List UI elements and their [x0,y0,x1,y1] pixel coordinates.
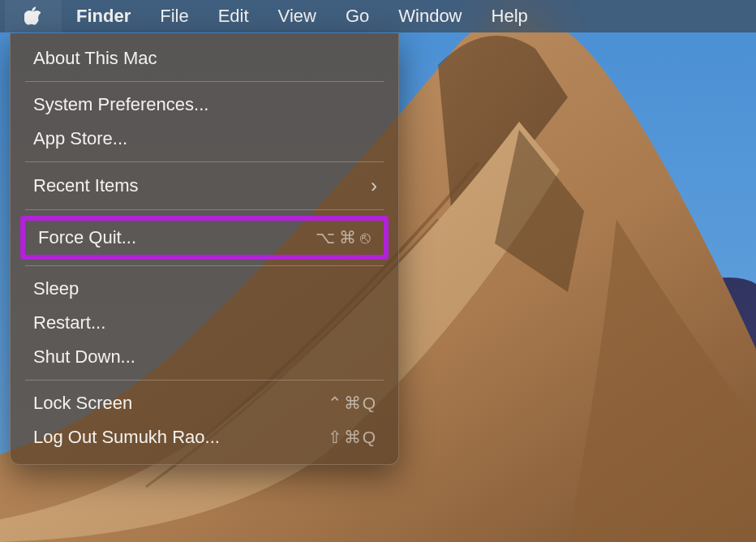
command-key-icon: ⌘ [339,228,358,247]
escape-key-icon: ⎋ [360,228,372,247]
menubar-item-window[interactable]: Window [384,0,476,32]
menu-item-label: Recent Items [33,175,139,196]
menu-item-sleep[interactable]: Sleep [11,272,398,306]
chevron-right-icon: › [371,174,377,197]
menu-item-log-out[interactable]: Log Out Sumukh Rao... ⇧⌘Q [11,420,398,454]
menu-separator [25,265,384,266]
menu-item-restart[interactable]: Restart... [11,306,398,340]
menu-item-label: Log Out Sumukh Rao... [33,427,220,448]
annotation-highlight: Force Quit... ⌥ ⌘ ⎋ [20,216,389,260]
menu-separator [25,209,384,210]
apple-logo-icon [24,6,41,26]
menubar-item-help[interactable]: Help [477,0,543,32]
apple-menu-dropdown: About This Mac System Preferences... App… [10,33,399,465]
menubar-item-file[interactable]: File [145,0,203,32]
keyboard-shortcut: ⌃⌘Q [328,394,377,413]
menu-item-label: About This Mac [33,48,157,69]
menu-item-recent-items[interactable]: Recent Items › [11,168,398,204]
menu-item-lock-screen[interactable]: Lock Screen ⌃⌘Q [11,386,398,420]
keyboard-shortcut: ⌥ ⌘ ⎋ [316,228,372,247]
menu-item-label: Lock Screen [33,393,132,414]
menu-item-label: Shut Down... [33,346,135,368]
menu-item-label: Restart... [33,312,105,333]
option-key-icon: ⌥ [316,228,337,247]
menu-separator [25,81,384,82]
menubar-item-edit[interactable]: Edit [204,0,264,32]
menubar: Finder File Edit View Go Window Help [0,0,756,32]
menubar-item-go[interactable]: Go [331,0,384,32]
menu-item-app-store[interactable]: App Store... [11,122,398,156]
menu-item-system-preferences[interactable]: System Preferences... [11,88,398,122]
menubar-item-finder[interactable]: Finder [62,0,145,32]
menu-item-force-quit[interactable]: Force Quit... ⌥ ⌘ ⎋ [25,221,384,255]
menu-separator [25,380,384,381]
menu-item-about-this-mac[interactable]: About This Mac [11,41,398,75]
menu-item-shut-down[interactable]: Shut Down... [11,340,398,374]
menu-item-label: Force Quit... [38,227,136,248]
keyboard-shortcut: ⇧⌘Q [328,428,377,447]
menu-separator [25,161,384,162]
menu-item-label: App Store... [33,128,127,149]
menu-item-label: System Preferences... [33,94,208,115]
apple-menu-button[interactable] [5,0,62,32]
menu-item-label: Sleep [33,278,79,299]
menubar-item-view[interactable]: View [264,0,331,32]
